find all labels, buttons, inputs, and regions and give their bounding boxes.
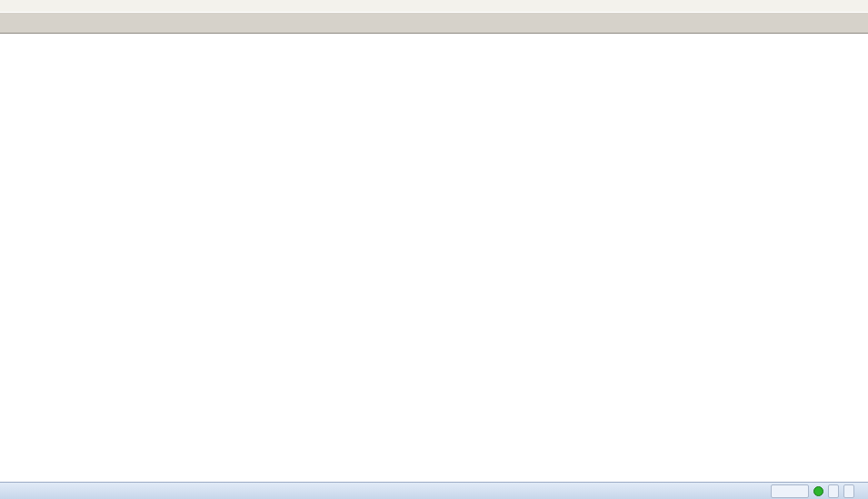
taskbar-time (843, 484, 854, 498)
taskbar-widget[interactable] (771, 484, 809, 498)
macd-header (4, 272, 36, 284)
taskbar (0, 482, 868, 499)
quote-header (5, 36, 70, 50)
trading-app-window (0, 0, 868, 499)
connection-status-icon (813, 486, 823, 496)
menu-bar (0, 0, 868, 12)
toolbar (0, 12, 868, 34)
taskbar-date (828, 484, 839, 498)
chart-canvas[interactable] (0, 0, 868, 499)
